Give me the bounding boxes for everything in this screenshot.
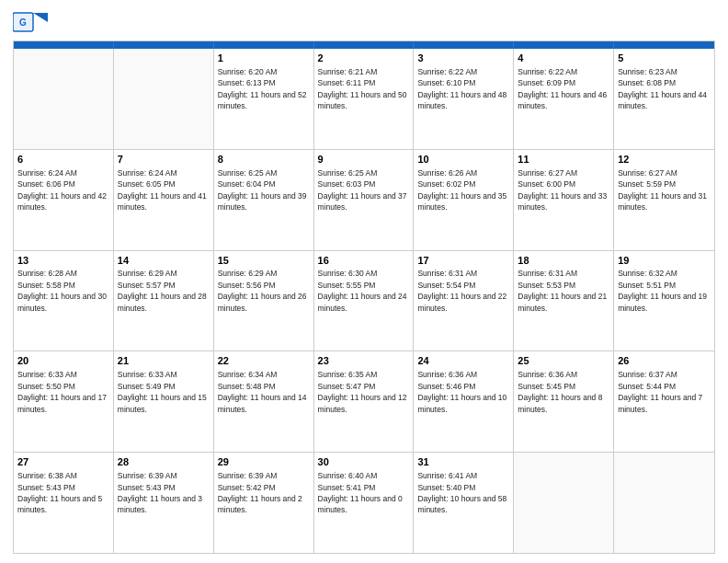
calendar-body: 1Sunrise: 6:20 AMSunset: 6:13 PMDaylight…	[14, 49, 714, 553]
logo-icon: G	[13, 9, 48, 35]
table-row: 25Sunrise: 6:36 AMSunset: 5:45 PMDayligh…	[514, 351, 614, 452]
table-row: 4Sunrise: 6:22 AMSunset: 6:09 PMDaylight…	[514, 49, 614, 149]
cell-info: Sunrise: 6:36 AMSunset: 5:45 PMDaylight:…	[518, 370, 602, 413]
cell-info: Sunrise: 6:25 AMSunset: 6:03 PMDaylight:…	[318, 168, 407, 212]
table-row: 13Sunrise: 6:28 AMSunset: 5:58 PMDayligh…	[14, 251, 114, 351]
calendar-row-5: 27Sunrise: 6:38 AMSunset: 5:43 PMDayligh…	[14, 452, 714, 553]
cell-info: Sunrise: 6:35 AMSunset: 5:47 PMDaylight:…	[318, 370, 407, 413]
table-row: 16Sunrise: 6:30 AMSunset: 5:55 PMDayligh…	[314, 251, 415, 351]
calendar-row-4: 20Sunrise: 6:33 AMSunset: 5:50 PMDayligh…	[14, 350, 714, 452]
day-number: 4	[518, 52, 609, 65]
calendar: 1Sunrise: 6:20 AMSunset: 6:13 PMDaylight…	[13, 40, 715, 554]
day-number: 9	[318, 153, 410, 167]
table-row: 15Sunrise: 6:29 AMSunset: 5:56 PMDayligh…	[214, 251, 314, 351]
table-row: 18Sunrise: 6:31 AMSunset: 5:53 PMDayligh…	[514, 251, 614, 351]
table-row: 24Sunrise: 6:36 AMSunset: 5:46 PMDayligh…	[414, 351, 514, 452]
cell-info: Sunrise: 6:29 AMSunset: 5:57 PMDaylight:…	[118, 269, 207, 312]
table-row: 2Sunrise: 6:21 AMSunset: 6:11 PMDaylight…	[314, 49, 415, 149]
day-number: 1	[218, 52, 310, 65]
day-number: 6	[17, 153, 109, 167]
table-row: 10Sunrise: 6:26 AMSunset: 6:02 PMDayligh…	[414, 150, 514, 250]
day-number: 3	[417, 52, 509, 65]
cell-info: Sunrise: 6:25 AMSunset: 6:04 PMDaylight:…	[218, 168, 307, 212]
table-row: 11Sunrise: 6:27 AMSunset: 6:00 PMDayligh…	[514, 150, 614, 250]
table-row: 23Sunrise: 6:35 AMSunset: 5:47 PMDayligh…	[314, 351, 415, 452]
table-row: 8Sunrise: 6:25 AMSunset: 6:04 PMDaylight…	[214, 150, 314, 250]
cell-info: Sunrise: 6:33 AMSunset: 5:50 PMDaylight:…	[17, 370, 107, 413]
table-row	[514, 453, 614, 553]
cell-info: Sunrise: 6:31 AMSunset: 5:54 PMDaylight:…	[417, 269, 506, 312]
day-number: 15	[218, 254, 310, 268]
day-number: 23	[318, 354, 410, 368]
header-saturday	[614, 41, 714, 49]
day-number: 26	[618, 354, 711, 368]
logo: G	[13, 9, 50, 35]
day-number: 8	[218, 153, 310, 167]
cell-info: Sunrise: 6:24 AMSunset: 6:05 PMDaylight:…	[118, 168, 207, 212]
cell-info: Sunrise: 6:21 AMSunset: 6:11 PMDaylight:…	[318, 67, 407, 110]
day-number: 20	[17, 354, 109, 368]
day-number: 19	[618, 254, 711, 268]
table-row: 6Sunrise: 6:24 AMSunset: 6:06 PMDaylight…	[14, 150, 114, 250]
calendar-row-3: 13Sunrise: 6:28 AMSunset: 5:58 PMDayligh…	[14, 250, 714, 351]
header-thursday	[414, 41, 514, 49]
day-number: 13	[17, 254, 109, 268]
day-number: 29	[218, 455, 310, 469]
table-row: 30Sunrise: 6:40 AMSunset: 5:41 PMDayligh…	[314, 453, 415, 553]
cell-info: Sunrise: 6:32 AMSunset: 5:51 PMDaylight:…	[618, 269, 707, 312]
table-row: 27Sunrise: 6:38 AMSunset: 5:43 PMDayligh…	[14, 453, 114, 553]
day-number: 30	[318, 455, 410, 469]
table-row: 20Sunrise: 6:33 AMSunset: 5:50 PMDayligh…	[14, 351, 114, 452]
cell-info: Sunrise: 6:39 AMSunset: 5:42 PMDaylight:…	[218, 471, 302, 514]
table-row: 21Sunrise: 6:33 AMSunset: 5:49 PMDayligh…	[114, 351, 214, 452]
cell-info: Sunrise: 6:41 AMSunset: 5:40 PMDaylight:…	[417, 471, 506, 514]
svg-marker-3	[33, 13, 48, 22]
day-number: 5	[618, 52, 711, 65]
cell-info: Sunrise: 6:31 AMSunset: 5:53 PMDaylight:…	[518, 269, 607, 312]
table-row	[14, 49, 114, 149]
cell-info: Sunrise: 6:37 AMSunset: 5:44 PMDaylight:…	[618, 370, 702, 413]
table-row: 12Sunrise: 6:27 AMSunset: 5:59 PMDayligh…	[614, 150, 714, 250]
table-row: 5Sunrise: 6:23 AMSunset: 6:08 PMDaylight…	[614, 49, 714, 149]
calendar-header	[14, 41, 714, 49]
cell-info: Sunrise: 6:28 AMSunset: 5:58 PMDaylight:…	[17, 269, 107, 312]
cell-info: Sunrise: 6:24 AMSunset: 6:06 PMDaylight:…	[17, 168, 107, 212]
table-row: 29Sunrise: 6:39 AMSunset: 5:42 PMDayligh…	[214, 453, 314, 553]
cell-info: Sunrise: 6:27 AMSunset: 5:59 PMDaylight:…	[618, 168, 707, 212]
header-tuesday	[214, 41, 314, 49]
day-number: 16	[318, 254, 410, 268]
cell-info: Sunrise: 6:27 AMSunset: 6:00 PMDaylight:…	[518, 168, 607, 212]
cell-info: Sunrise: 6:29 AMSunset: 5:56 PMDaylight:…	[218, 269, 307, 312]
day-number: 24	[417, 354, 509, 368]
table-row: 3Sunrise: 6:22 AMSunset: 6:10 PMDaylight…	[414, 49, 514, 149]
table-row: 26Sunrise: 6:37 AMSunset: 5:44 PMDayligh…	[614, 351, 714, 452]
header: G	[13, 9, 715, 35]
table-row: 9Sunrise: 6:25 AMSunset: 6:03 PMDaylight…	[314, 150, 415, 250]
day-number: 31	[417, 455, 509, 469]
table-row: 17Sunrise: 6:31 AMSunset: 5:54 PMDayligh…	[414, 251, 514, 351]
header-wednesday	[314, 41, 415, 49]
day-number: 14	[118, 254, 210, 268]
cell-info: Sunrise: 6:26 AMSunset: 6:02 PMDaylight:…	[417, 168, 506, 212]
cell-info: Sunrise: 6:30 AMSunset: 5:55 PMDaylight:…	[318, 269, 407, 312]
day-number: 27	[17, 455, 109, 469]
day-number: 25	[518, 354, 609, 368]
cell-info: Sunrise: 6:33 AMSunset: 5:49 PMDaylight:…	[118, 370, 207, 413]
cell-info: Sunrise: 6:36 AMSunset: 5:46 PMDaylight:…	[417, 370, 506, 413]
day-number: 10	[417, 153, 509, 167]
cell-info: Sunrise: 6:40 AMSunset: 5:41 PMDaylight:…	[318, 471, 403, 514]
day-number: 2	[318, 52, 410, 65]
calendar-row-2: 6Sunrise: 6:24 AMSunset: 6:06 PMDaylight…	[14, 149, 714, 250]
cell-info: Sunrise: 6:22 AMSunset: 6:09 PMDaylight:…	[518, 67, 607, 110]
cell-info: Sunrise: 6:39 AMSunset: 5:43 PMDaylight:…	[118, 471, 202, 514]
cell-info: Sunrise: 6:22 AMSunset: 6:10 PMDaylight:…	[417, 67, 506, 110]
table-row: 1Sunrise: 6:20 AMSunset: 6:13 PMDaylight…	[214, 49, 314, 149]
cell-info: Sunrise: 6:38 AMSunset: 5:43 PMDaylight:…	[17, 471, 102, 514]
header-sunday	[14, 41, 114, 49]
calendar-row-1: 1Sunrise: 6:20 AMSunset: 6:13 PMDaylight…	[14, 49, 714, 149]
day-number: 17	[417, 254, 509, 268]
cell-info: Sunrise: 6:34 AMSunset: 5:48 PMDaylight:…	[218, 370, 307, 413]
day-number: 7	[118, 153, 210, 167]
day-number: 12	[618, 153, 711, 167]
table-row: 7Sunrise: 6:24 AMSunset: 6:05 PMDaylight…	[114, 150, 214, 250]
